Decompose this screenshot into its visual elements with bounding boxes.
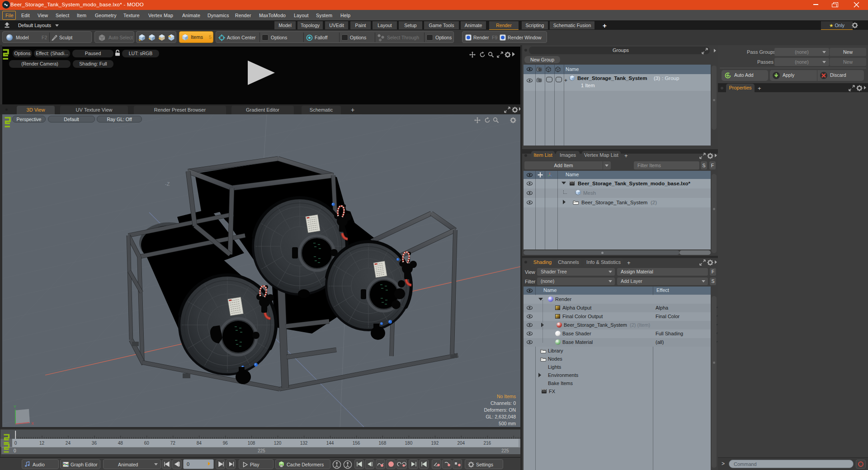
svg-text:-Z: -Z [165,181,170,187]
svg-text:216: 216 [483,441,491,446]
svg-text:24: 24 [66,441,71,446]
svg-text:108: 108 [248,441,255,446]
svg-text:48: 48 [118,441,123,446]
svg-text:Deformers: ON: Deformers: ON [484,407,516,413]
svg-text:Channels: 0: Channels: 0 [491,400,516,406]
svg-text:500 mm: 500 mm [499,421,516,426]
svg-text:36: 36 [92,441,97,446]
svg-text:0: 0 [14,441,17,446]
svg-text:192: 192 [431,441,439,446]
svg-text:GL: 2,632,048: GL: 2,632,048 [486,414,516,419]
svg-text:204: 204 [457,441,465,446]
svg-text:144: 144 [326,441,334,446]
svg-text:120: 120 [274,441,282,446]
svg-text:84: 84 [197,441,202,446]
svg-text:180: 180 [405,441,413,446]
svg-text:72: 72 [170,441,176,446]
svg-text:Y: Y [14,404,16,409]
svg-text:12: 12 [39,441,45,446]
svg-text:60: 60 [144,441,150,446]
svg-text:156: 156 [353,441,360,446]
svg-text:No Items: No Items [497,394,516,399]
svg-text:X: X [31,421,34,426]
svg-text:132: 132 [300,441,308,446]
svg-text:168: 168 [379,441,387,446]
svg-text:96: 96 [223,441,228,446]
